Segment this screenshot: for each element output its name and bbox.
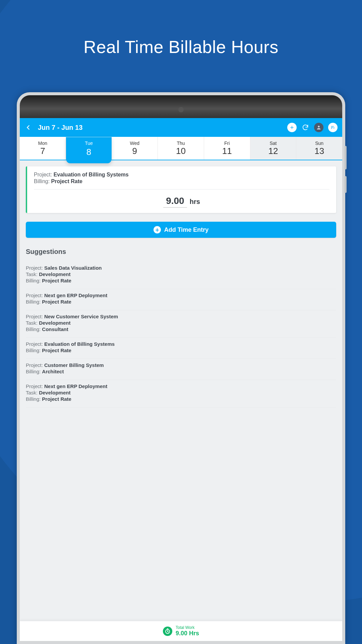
day-number: 13 xyxy=(314,146,324,156)
plus-circle-icon: ＋ xyxy=(154,226,161,233)
day-of-week: Fri xyxy=(224,141,230,146)
app-screen: Jun 7 - Jun 13 Mon7Tue8Wed9T xyxy=(20,118,342,641)
suggestion-item[interactable]: Project: Evaluation of Billing SystemsBi… xyxy=(26,338,336,359)
suggestions-list: Project: Sales Data VisualizationTask: D… xyxy=(26,262,336,408)
hero-title: Real Time Billable Hours xyxy=(0,37,362,57)
day-selector-row: Mon7Tue8Wed9Thu10Fri11Sat12Sun13 xyxy=(20,137,342,160)
suggestions-heading: Suggestions xyxy=(26,248,336,256)
add-icon[interactable] xyxy=(287,123,297,132)
suggestion-item[interactable]: Project: Next gen ERP DeploymentBilling:… xyxy=(26,289,336,310)
day-cell-fri[interactable]: Fri11 xyxy=(204,137,250,160)
day-cell-sun[interactable]: Sun13 xyxy=(296,137,342,160)
suggestion-item[interactable]: Project: Customer Billing SystemBilling:… xyxy=(26,359,336,380)
date-range-title: Jun 7 - Jun 13 xyxy=(38,124,281,131)
entry-hours: 9.00 xyxy=(163,196,187,208)
suggestion-item[interactable]: Project: Next gen ERP DeploymentTask: De… xyxy=(26,380,336,408)
total-work-value: 9.00 Hrs xyxy=(176,630,199,637)
day-number: 7 xyxy=(40,146,45,156)
entry-hours-unit: hrs xyxy=(190,198,200,205)
day-number: 11 xyxy=(222,146,232,156)
day-cell-sat[interactable]: Sat12 xyxy=(250,137,297,160)
day-number: 10 xyxy=(176,146,186,156)
day-of-week: Wed xyxy=(130,141,140,146)
day-cell-tue[interactable]: Tue8 xyxy=(66,137,112,163)
svg-point-0 xyxy=(318,126,319,127)
timer-icon xyxy=(163,627,172,636)
day-of-week: Sat xyxy=(269,141,277,146)
day-cell-thu[interactable]: Thu10 xyxy=(158,137,204,160)
time-entry-card[interactable]: Project: Evaluation of Billing Systems B… xyxy=(26,166,336,213)
total-work-label: Total Work xyxy=(176,625,199,630)
app-bar: Jun 7 - Jun 13 xyxy=(20,118,342,137)
day-number: 9 xyxy=(132,146,137,156)
sort-icon[interactable] xyxy=(328,123,338,132)
tablet-frame: Jun 7 - Jun 13 Mon7Tue8Wed9T xyxy=(17,92,345,644)
entry-project: Evaluation of Billing Systems xyxy=(54,172,129,177)
day-number: 8 xyxy=(86,147,91,157)
day-cell-mon[interactable]: Mon7 xyxy=(20,137,66,160)
day-of-week: Thu xyxy=(177,141,185,146)
day-cell-wed[interactable]: Wed9 xyxy=(112,137,158,160)
day-of-week: Tue xyxy=(85,140,93,146)
add-time-entry-button[interactable]: ＋ Add Time Entry xyxy=(26,222,336,238)
footer-bar: Total Work 9.00 Hrs xyxy=(20,621,342,641)
suggestion-item[interactable]: Project: Sales Data VisualizationTask: D… xyxy=(26,262,336,289)
day-of-week: Sun xyxy=(315,141,323,146)
back-arrow-icon[interactable] xyxy=(24,124,32,131)
day-of-week: Mon xyxy=(38,141,47,146)
day-number: 12 xyxy=(268,146,278,156)
entry-billing: Project Rate xyxy=(51,178,82,184)
refresh-icon[interactable] xyxy=(301,123,309,131)
suggestion-item[interactable]: Project: New Customer Service SystemTask… xyxy=(26,310,336,338)
user-icon[interactable] xyxy=(314,123,323,132)
